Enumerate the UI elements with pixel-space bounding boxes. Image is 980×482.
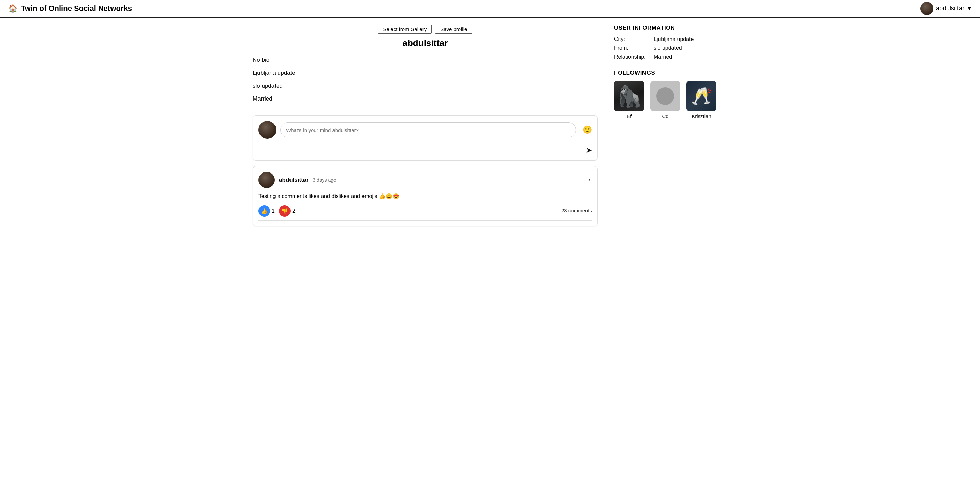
comments-link[interactable]: 23 comments <box>561 208 592 215</box>
following-item-ef[interactable]: Ef <box>614 81 644 119</box>
post-author-info: abdulsittar 3 days ago <box>258 172 336 188</box>
following-avatar-krisztian <box>686 81 716 111</box>
home-icon: 🏠 <box>8 4 18 13</box>
post-arrow-icon[interactable]: → <box>584 175 592 185</box>
post-text: Testing a comments likes and dislikes an… <box>258 192 592 200</box>
from-label: From: <box>614 45 652 51</box>
navbar-username: abdulsittar <box>936 5 964 12</box>
profile-bio: No bio <box>253 57 598 64</box>
navbar-user[interactable]: abdulsittar ▼ <box>920 2 972 15</box>
right-sidebar: USER INFORMATION City: Ljubljana update … <box>606 18 735 232</box>
select-from-gallery-button[interactable]: Select from Gallery <box>378 25 432 34</box>
following-name-ef: Ef <box>627 113 632 119</box>
city-value: Ljubljana update <box>654 36 694 42</box>
profile-from: slo updated <box>253 83 598 89</box>
city-label: City: <box>614 36 652 42</box>
post-header: abdulsittar 3 days ago → <box>258 172 592 188</box>
profile-info-section: No bio Ljubljana update slo updated Marr… <box>253 53 598 115</box>
user-info-title: USER INFORMATION <box>614 25 727 31</box>
profile-relationship: Married <box>253 95 598 102</box>
profile-username: abdulsittar <box>403 38 448 48</box>
post-time: 3 days ago <box>313 177 336 183</box>
post-author-name: abdulsittar <box>279 177 309 183</box>
dislike-count: 2 <box>292 208 295 214</box>
page-container: Select from Gallery Save profile abdulsi… <box>245 18 735 232</box>
send-button[interactable]: ➤ <box>586 146 592 155</box>
post-card: abdulsittar 3 days ago → Testing a comme… <box>253 166 598 226</box>
navbar: 🏠 Twin of Online Social Networks abdulsi… <box>0 0 980 18</box>
from-value: slo updated <box>654 45 682 51</box>
from-row: From: slo updated <box>614 45 727 51</box>
post-reactions: 👍 1 👎 2 23 comments <box>258 205 592 217</box>
followings-title: FOLLOWINGS <box>614 70 727 76</box>
relationship-value: Married <box>654 54 672 60</box>
composer-top: 🙂 <box>258 121 592 139</box>
user-info-section: USER INFORMATION City: Ljubljana update … <box>614 25 727 60</box>
composer-avatar <box>258 121 276 139</box>
post-composer: 🙂 ➤ <box>253 115 598 161</box>
post-author-container: abdulsittar 3 days ago <box>279 177 336 183</box>
avatar <box>920 2 933 15</box>
following-name-krisztian: Krisztian <box>692 113 711 119</box>
emoji-button[interactable]: 🙂 <box>583 126 592 134</box>
composer-divider <box>258 143 592 143</box>
main-content: Select from Gallery Save profile abdulsi… <box>245 18 606 232</box>
like-count: 1 <box>272 208 275 214</box>
like-icon: 👍 <box>258 205 270 217</box>
user-info-table: City: Ljubljana update From: slo updated… <box>614 36 727 60</box>
profile-actions: Select from Gallery Save profile <box>378 25 473 34</box>
dislike-button[interactable]: 👎 2 <box>279 205 295 217</box>
default-user-icon <box>656 87 674 105</box>
save-profile-button[interactable]: Save profile <box>435 25 472 34</box>
following-item-cd[interactable]: Cd <box>650 81 680 119</box>
chevron-down-icon: ▼ <box>967 6 972 11</box>
like-button[interactable]: 👍 1 <box>258 205 275 217</box>
post-input[interactable] <box>280 122 576 137</box>
composer-bottom: ➤ <box>258 146 592 155</box>
following-name-cd: Cd <box>662 113 668 119</box>
profile-city: Ljubljana update <box>253 70 598 76</box>
following-item-krisztian[interactable]: Krisztian <box>686 81 716 119</box>
profile-header: Select from Gallery Save profile abdulsi… <box>253 18 598 53</box>
relationship-row: Relationship: Married <box>614 54 727 60</box>
dislike-icon: 👎 <box>279 205 291 217</box>
city-row: City: Ljubljana update <box>614 36 727 42</box>
following-avatar-cd <box>650 81 680 111</box>
followings-section: FOLLOWINGS Ef Cd Krisztian <box>614 70 727 119</box>
app-title: Twin of Online Social Networks <box>21 4 132 13</box>
brand: 🏠 Twin of Online Social Networks <box>8 4 132 13</box>
relationship-label: Relationship: <box>614 54 652 60</box>
following-avatar-ef <box>614 81 644 111</box>
post-divider <box>258 220 592 221</box>
post-avatar <box>258 172 275 188</box>
followings-grid: Ef Cd Krisztian <box>614 81 727 119</box>
